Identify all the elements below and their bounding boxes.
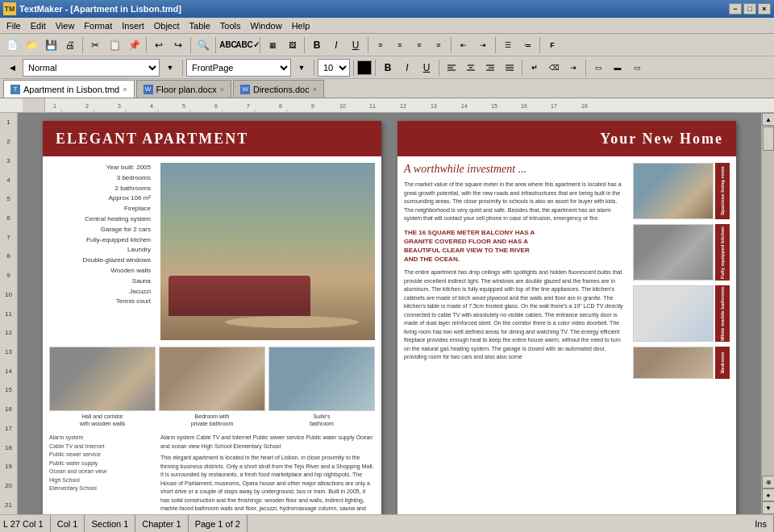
scroll-down-button[interactable]: ▼ [762,501,774,514]
menu-tools[interactable]: Tools [215,19,246,32]
insert-table-button[interactable]: ▦ [264,36,281,54]
indent-right-button[interactable]: ⇥ [474,36,492,54]
justify-button[interactable]: ≡ [430,36,447,54]
frame3-btn[interactable]: ▭ [628,59,646,77]
new-button[interactable]: 📄 [3,36,21,54]
page1-header: Elegant Apartment [43,121,381,156]
style-dropdown-arrow[interactable]: ▼ [161,59,179,77]
save-button[interactable]: 💾 [42,36,60,54]
menu-view[interactable]: View [51,19,80,32]
menu-help[interactable]: Help [287,19,315,32]
underline-large-button[interactable]: U [347,36,364,54]
spell2-button[interactable]: ABC✓ [239,36,256,54]
scroll-thumb[interactable] [763,127,774,151]
print-button[interactable]: 🖨 [61,36,79,54]
find-button[interactable]: 🔍 [194,36,212,54]
page2-body2: The entire apartment has drop ceilings w… [404,268,626,362]
menu-format[interactable]: Format [79,19,117,32]
sep10 [539,37,540,53]
side-label-livingroom: Spacious living room [715,163,730,219]
menu-insert[interactable]: Insert [117,19,149,32]
menu-file[interactable]: File [2,19,26,32]
copy-button[interactable]: 📋 [106,36,123,54]
style-select[interactable]: Normal [23,59,160,77]
tab-close-floorplan[interactable]: × [220,85,224,94]
tab-stop2-btn[interactable]: ⌫ [545,59,563,77]
redo-button[interactable]: ↪ [169,36,187,54]
underline-button[interactable]: U [418,59,435,77]
spell-button[interactable]: ABC [219,36,237,54]
menu-window[interactable]: Window [246,19,287,32]
tab-close-directions[interactable]: × [313,85,317,94]
font-size-select[interactable]: 10 [318,59,350,77]
frame-btn[interactable]: ▭ [589,59,607,77]
zoom-icon[interactable]: ⊕ [762,476,774,488]
title-text: TextMaker - [Apartment in Lisbon.tmd] [19,4,729,14]
paste-button[interactable]: 📌 [125,36,143,54]
tab-floorplan[interactable]: W Floor plan.docx × [136,80,231,98]
page1-bedroom-image [159,347,265,411]
menu-table[interactable]: Table [185,19,215,32]
tab-apartment[interactable]: T Apartment in Lisbon.tmd × [3,80,135,98]
align-center-button[interactable]: ≡ [391,36,409,54]
align-left-button[interactable]: ≡ [372,36,389,54]
font-select[interactable]: FrontPage [186,59,291,77]
svg-text:7: 7 [247,103,250,109]
align-l[interactable] [443,59,460,77]
side-img-bed-container: Bedroom [633,347,730,379]
page2-header-text: Your New Home [600,131,723,148]
font-dropdown-arrow[interactable]: ▼ [293,59,310,77]
tab-close-apartment[interactable]: × [123,85,127,94]
cut-button[interactable]: ✂ [86,36,104,54]
page1-desc[interactable]: Alarm system Cable TV and Internet Publi… [160,434,375,513]
open-button[interactable]: 📁 [23,36,40,54]
indent-left-button[interactable]: ⇤ [455,36,472,54]
color-box[interactable] [357,60,372,75]
align-c[interactable] [462,59,480,77]
outer-close-button[interactable]: × [758,3,771,15]
bold-button[interactable]: B [379,59,397,77]
style-arrow-left[interactable]: ◀ [3,59,21,77]
side-img-kitchen [633,224,714,281]
align-right-button[interactable]: ≡ [410,36,428,54]
svg-text:13: 13 [431,103,437,109]
sep8 [451,37,452,53]
outer-min-button[interactable]: − [729,3,742,15]
numberedlist-button[interactable]: ≔ [518,36,536,54]
feature-bedrooms: 3 bedrooms [49,173,154,184]
document-view[interactable]: Elegant Apartment Year built: 2005 3 bed… [18,113,761,514]
undo-button[interactable]: ↩ [150,36,168,54]
page2-highlight: THE 16 SQUARE METER BALCONY HAS AGRANITE… [404,228,626,264]
sep5 [260,37,260,53]
feature-yearbuild: Year built: 2005 [49,163,154,173]
tab-label-directions: Directions.doc [253,85,310,94]
bold-large-button[interactable]: B [308,36,326,54]
outer-max-button[interactable]: □ [743,3,756,15]
amenity-ocean: Ocean and ocean view [49,468,154,476]
side-label-bathroom: White marble bathroom [715,285,730,342]
align-r[interactable] [481,59,499,77]
scroll-up-button[interactable]: ▲ [762,113,774,126]
list-button[interactable]: ☰ [499,36,517,54]
sep-f7 [585,60,586,76]
page-1: Elegant Apartment Year built: 2005 3 bed… [43,121,381,514]
vertical-ruler: 1 2 3 4 5 6 7 8 9 10 11 12 13 14 15 16 1… [0,113,18,514]
tab-stop3-btn[interactable]: ⇥ [564,59,582,77]
tab-directions[interactable]: W Directions.doc × [233,80,324,98]
frame2-btn[interactable]: ▬ [609,59,626,77]
sep7 [368,37,368,53]
field-button[interactable]: F [543,36,561,54]
svg-text:10: 10 [339,103,346,109]
menu-edit[interactable]: Edit [26,19,51,32]
page1-img1-container: Hall and corridorwith wooden walls [49,347,156,427]
side-img-bathroom-container: White marble bathroom [633,285,730,343]
tab-stop-btn[interactable]: ↵ [526,59,543,77]
scroll-track[interactable] [762,126,774,476]
tab-label-floorplan: Floor plan.docx [156,85,217,94]
menu-object[interactable]: Object [149,19,185,32]
italic-button[interactable]: I [398,59,416,77]
italic-large-button[interactable]: I [327,36,345,54]
align-j[interactable] [501,59,518,77]
insert-img-button[interactable]: 🖼 [283,36,301,54]
sep-f4 [375,60,376,76]
